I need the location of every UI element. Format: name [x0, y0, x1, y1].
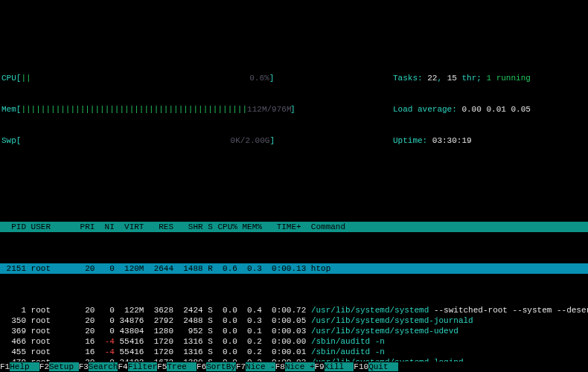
- header: CPU[||0.6%] Mem[||||||||||||||||||||||||…: [0, 52, 588, 167]
- tasks-summary: Tasks: 22, 15 thr; 1 running: [393, 73, 587, 83]
- mem-meter: Mem[||||||||||||||||||||||||||||||||||||…: [1, 104, 393, 115]
- process-row[interactable]: 466 root 16 -4 55416 1720 1316 S 0.0 0.2…: [1, 336, 587, 347]
- swp-meter: Swp[0K/2.00G]: [1, 135, 393, 146]
- process-row[interactable]: 455 root 16 -4 55416 1720 1316 S 0.0 0.2…: [1, 347, 587, 357]
- cpu-meter: CPU[||0.6%]: [1, 73, 393, 83]
- function-bar[interactable]: F1Help F2Setup F3SearchF4FilterF5Tree F6…: [0, 362, 588, 372]
- column-header[interactable]: PID USER PRI NI VIRT RES SHR S CPU% MEM%…: [0, 222, 588, 232]
- load-average: Load average: 0.00 0.01 0.05: [393, 104, 587, 115]
- process-row[interactable]: 369 root 20 0 43804 1280 952 S 0.0 0.1 0…: [1, 326, 587, 336]
- selected-process-row[interactable]: 2151 root 20 0 120M 2644 1488 R 0.6 0.3 …: [0, 263, 588, 274]
- process-row[interactable]: 350 root 20 0 34876 2792 2488 S 0.0 0.3 …: [1, 315, 587, 326]
- uptime: Uptime: 03:30:19: [393, 135, 587, 146]
- process-row[interactable]: 1 root 20 0 122M 3628 2424 S 0.0 0.4 0:0…: [1, 305, 587, 315]
